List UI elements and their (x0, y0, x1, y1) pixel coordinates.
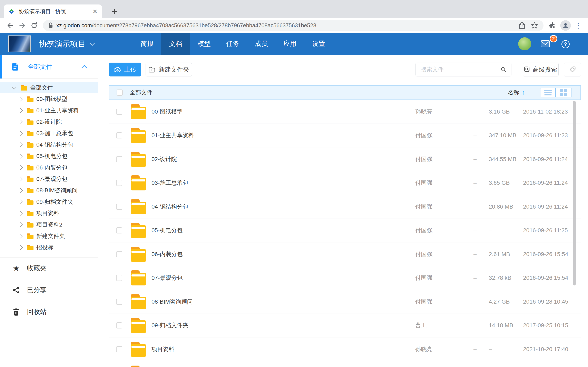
vertical-scrollbar[interactable] (573, 101, 576, 285)
row-checkbox[interactable] (116, 132, 122, 138)
nav-item-apps[interactable]: 应用 (276, 33, 304, 55)
chevron-up-icon[interactable] (81, 65, 87, 71)
advanced-search-button[interactable]: 高级搜索 (523, 63, 559, 76)
tree-item[interactable]: 09-归档文件夹 (0, 196, 98, 208)
tree-item[interactable]: 项目资料 (0, 208, 98, 219)
chevron-right-icon[interactable] (18, 97, 23, 101)
nav-item-settings[interactable]: 设置 (304, 33, 333, 55)
chevron-right-icon[interactable] (18, 154, 23, 159)
project-title-group[interactable]: 协筑演示项目 (39, 33, 94, 55)
tab-close-icon[interactable]: ✕ (93, 8, 98, 15)
new-folder-button[interactable]: 新建文件夹 (146, 63, 192, 76)
row-checkbox[interactable] (116, 180, 122, 186)
search-icon[interactable] (501, 67, 507, 73)
sort-control[interactable]: 名称 ↑ (508, 86, 519, 100)
new-tab-button[interactable]: + (109, 5, 121, 17)
file-name[interactable]: 04-钢结构分包 (151, 203, 188, 211)
row-checkbox[interactable] (116, 109, 122, 115)
project-logo[interactable] (8, 35, 31, 52)
chevron-right-icon[interactable] (18, 188, 23, 193)
row-checkbox[interactable] (116, 299, 122, 305)
tree-root-all-files[interactable]: 全部文件 (0, 82, 98, 93)
nav-item-briefing[interactable]: 简报 (133, 33, 161, 55)
sidebar-header-all-files[interactable]: 全部文件 (0, 55, 98, 79)
chevron-right-icon[interactable] (18, 142, 23, 147)
tree-item[interactable]: 01-业主共享资料 (0, 105, 98, 116)
table-row[interactable]: 08-BIM咨询顾问 付国强 – 4.27 GB 2016-09-28 10:4… (109, 290, 581, 314)
sidebar-item-favorites[interactable]: ★ 收藏夹 (0, 257, 98, 279)
sidebar-item-recycle-bin[interactable]: 回收站 (0, 301, 98, 323)
file-name[interactable]: 00-图纸模型 (151, 108, 182, 116)
file-name[interactable]: 06-内装分包 (151, 250, 182, 258)
tree-item[interactable]: 04-钢结构分包 (0, 139, 98, 150)
row-checkbox[interactable] (116, 227, 122, 234)
browser-profile-avatar[interactable] (560, 20, 571, 31)
table-row[interactable]: 01-业主共享资料 付国强 – 347.10 MB 2016-09-26 11:… (109, 124, 581, 148)
bookmark-star-icon[interactable] (531, 22, 538, 29)
chevron-right-icon[interactable] (18, 222, 23, 227)
chevron-right-icon[interactable] (18, 245, 23, 250)
browser-menu-icon[interactable]: ⋮ (575, 21, 582, 30)
tree-item[interactable]: 00-图纸模型 (0, 93, 98, 105)
table-row[interactable]: 09-归档文件夹 曹工 – 14.18 MB 2017-09-25 10:15 (109, 314, 581, 338)
tree-item[interactable]: 05-机电分包 (0, 150, 98, 162)
user-avatar[interactable] (518, 37, 531, 50)
table-row[interactable]: 05-机电分包 付国强 – – 2016-09-26 11:25 (109, 219, 581, 243)
chevron-right-icon[interactable] (18, 120, 23, 124)
table-row-partial[interactable] (109, 361, 581, 367)
chevron-right-icon[interactable] (18, 165, 23, 170)
nav-item-documents[interactable]: 文档 (161, 33, 190, 55)
forward-icon[interactable] (16, 20, 28, 31)
nav-item-models[interactable]: 模型 (190, 33, 218, 55)
upload-button[interactable]: 上传 (109, 63, 141, 76)
tag-filter-button[interactable] (564, 63, 581, 76)
tree-item[interactable]: 02-设计院 (0, 116, 98, 128)
row-checkbox[interactable] (116, 251, 122, 257)
reload-icon[interactable] (28, 20, 40, 31)
tree-item[interactable]: 03-施工总承包 (0, 128, 98, 139)
table-row[interactable]: 00-图纸模型 孙晓亮 – 3.16 GB 2016-11-02 18:23 (109, 100, 581, 124)
share-page-icon[interactable] (519, 22, 526, 29)
file-name[interactable]: 03-施工总承包 (151, 179, 188, 187)
table-row[interactable]: 03-施工总承包 付国强 – 3.65 GB 2016-09-26 11:24 (109, 171, 581, 195)
back-icon[interactable] (4, 20, 16, 31)
row-checkbox[interactable] (116, 346, 122, 352)
table-row[interactable]: 07-景观分包 付国强 – 32.78 kB 2016-09-26 15:54 (109, 266, 581, 290)
tree-item[interactable]: 08-BIM咨询顾问 (0, 185, 98, 196)
messages-button[interactable]: 2 (541, 40, 550, 47)
omnibox[interactable]: xz.glodon.com/document/278b7967ebba4708a… (43, 20, 544, 31)
chevron-right-icon[interactable] (18, 234, 23, 239)
chevron-right-icon[interactable] (18, 108, 23, 113)
chevron-right-icon[interactable] (18, 131, 23, 136)
file-name[interactable]: 01-业主共享资料 (151, 132, 194, 139)
file-name[interactable]: 09-归档文件夹 (151, 322, 188, 329)
chevron-right-icon[interactable] (18, 200, 23, 204)
chevron-down-icon[interactable] (12, 85, 17, 90)
file-name[interactable]: 02-设计院 (151, 155, 177, 163)
nav-item-tasks[interactable]: 任务 (218, 33, 247, 55)
grid-view-button[interactable] (556, 88, 571, 97)
table-row[interactable]: 项目资料 孙晓亮 – – 2021-10-20 17:40 (109, 337, 581, 361)
row-checkbox[interactable] (116, 204, 122, 210)
tree-item[interactable]: 新建文件夹 (0, 230, 98, 242)
row-checkbox[interactable] (116, 322, 122, 328)
list-view-button[interactable] (540, 88, 556, 97)
chevron-right-icon[interactable] (18, 211, 23, 216)
table-row[interactable]: 04-钢结构分包 付国强 – 20.86 MB 2016-09-26 11:24 (109, 195, 581, 219)
file-name[interactable]: 08-BIM咨询顾问 (151, 298, 193, 306)
select-all-checkbox[interactable] (117, 90, 123, 96)
tree-item[interactable]: 06-内装分包 (0, 162, 98, 173)
search-input[interactable] (420, 66, 501, 73)
table-row[interactable]: 02-设计院 付国强 – 344.55 MB 2016-09-26 11:24 (109, 147, 581, 171)
file-name[interactable]: 07-景观分包 (151, 274, 182, 282)
tree-item[interactable]: 07-景观分包 (0, 173, 98, 185)
sidebar-item-shared[interactable]: 已分享 (0, 279, 98, 301)
file-name[interactable]: 05-机电分包 (151, 226, 182, 234)
row-checkbox[interactable] (116, 156, 122, 162)
tree-item[interactable]: 招投标 (0, 242, 98, 253)
chevron-right-icon[interactable] (18, 177, 23, 182)
file-name[interactable]: 项目资料 (151, 345, 174, 353)
extensions-icon[interactable] (546, 20, 558, 31)
nav-item-members[interactable]: 成员 (247, 33, 276, 55)
browser-tab[interactable]: 协筑演示项目 - 协筑 ✕ (4, 4, 102, 18)
